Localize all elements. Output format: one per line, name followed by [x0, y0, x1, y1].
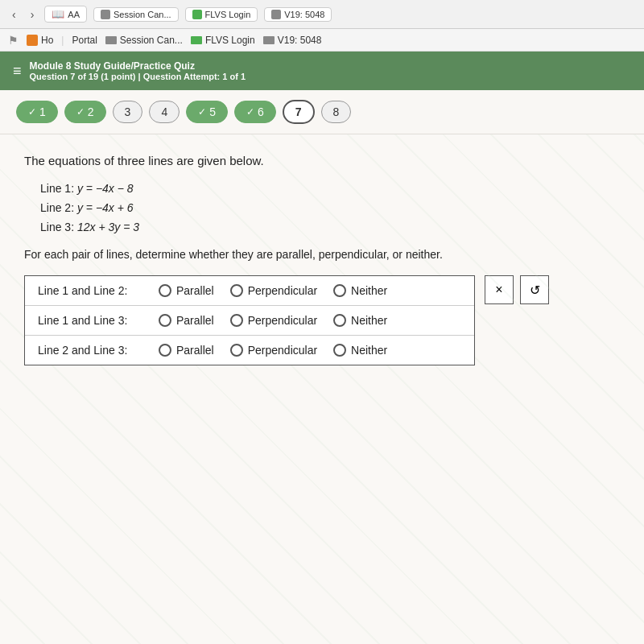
q-btn-3[interactable]: 3: [113, 101, 143, 123]
row-3-label: Line 2 and Line 3:: [38, 344, 159, 357]
radio-circle-3-neither[interactable]: [333, 344, 346, 357]
q-btn-4[interactable]: 4: [149, 101, 180, 123]
check-6: ✓: [246, 106, 254, 118]
check-2: ✓: [76, 106, 85, 118]
q-num-3: 3: [125, 105, 131, 118]
radio-circle-1-neither[interactable]: [333, 284, 346, 297]
bookmark-session[interactable]: Session Can...: [105, 35, 183, 46]
bookmark-flvs-label: FLVS Login: [205, 35, 255, 46]
q-num-4: 4: [161, 105, 167, 118]
check-5: ✓: [198, 106, 206, 118]
attempt-value-text: 1 of 1: [222, 72, 246, 81]
bookmark-flvs[interactable]: FLVS Login: [191, 35, 255, 46]
q-btn-6[interactable]: ✓ 6: [234, 101, 276, 123]
action-buttons: × ↺: [485, 275, 549, 304]
radio-group-2: Parallel Perpendicular Neither: [159, 314, 387, 327]
session-tab-label: Session Can...: [114, 10, 171, 19]
radio-circle-1-perpendicular[interactable]: [230, 284, 243, 297]
radio-2-neither-label: Neither: [351, 314, 387, 327]
q-num-7: 7: [295, 105, 302, 118]
question-intro: The equations of three lines are given b…: [24, 154, 620, 167]
q-btn-1[interactable]: ✓ 1: [16, 101, 58, 123]
session-tab[interactable]: Session Can...: [93, 7, 179, 22]
q-num-6: 6: [258, 105, 264, 118]
radio-circle-2-perpendicular[interactable]: [230, 314, 243, 327]
radio-group-3: Parallel Perpendicular Neither: [159, 344, 387, 357]
session-tab-icon: [101, 10, 110, 19]
q-btn-7[interactable]: 7: [283, 100, 315, 124]
check-1: ✓: [28, 106, 36, 118]
v19-tab-label: V19: 5048: [284, 10, 324, 19]
answer-row-2: Line 1 and Line 3: Parallel Perpendicula…: [25, 306, 474, 336]
menu-icon[interactable]: ≡: [13, 63, 22, 80]
session-bookmark-icon: [105, 36, 117, 44]
line-2-equation: y = −4x + 6: [77, 201, 134, 214]
radio-1-neither[interactable]: Neither: [333, 284, 387, 297]
line-1-eq: Line 1: y = −4x − 8: [40, 182, 620, 195]
q-num-2: 2: [88, 105, 94, 118]
row-1-label: Line 1 and Line 2:: [38, 284, 159, 297]
reset-button[interactable]: ↺: [520, 275, 549, 304]
radio-1-parallel[interactable]: Parallel: [159, 284, 214, 297]
radio-2-neither[interactable]: Neither: [333, 314, 387, 327]
table-actions-row: Line 1 and Line 2: Parallel Perpendicula…: [24, 275, 620, 365]
line-3-equation: 12x + 3y = 3: [77, 221, 139, 233]
line-2-label: Line 2:: [40, 201, 74, 214]
attempt-label: Question Attempt:: [143, 72, 221, 81]
radio-3-neither[interactable]: Neither: [333, 344, 387, 357]
line-3-eq: Line 3: 12x + 3y = 3: [40, 221, 620, 233]
radio-3-perpendicular-label: Perpendicular: [248, 344, 317, 357]
browser-chrome: ‹ › 📖 AA Session Can... FLVS Login V19: …: [0, 0, 644, 29]
flvs-bookmark-icon: [191, 36, 202, 44]
radio-1-parallel-label: Parallel: [176, 284, 214, 297]
radio-2-perpendicular-label: Perpendicular: [248, 314, 317, 327]
q-btn-5[interactable]: ✓ 5: [186, 101, 228, 123]
main-content: The equations of three lines are given b…: [0, 134, 644, 644]
bookmark-icon-star: ⚑: [8, 34, 19, 47]
radio-circle-1-parallel[interactable]: [159, 284, 171, 297]
instruction-text: For each pair of lines, determine whethe…: [24, 248, 620, 261]
radio-3-perpendicular[interactable]: Perpendicular: [230, 344, 317, 357]
question-number: Question 7 of 19 (1 point): [30, 72, 136, 81]
forward-button[interactable]: ›: [27, 6, 39, 23]
back-button[interactable]: ‹: [8, 6, 20, 23]
divider-1: |: [61, 35, 64, 46]
radio-circle-3-parallel[interactable]: [159, 344, 171, 357]
q-num-8: 8: [333, 105, 340, 118]
v19-bookmark-icon: [263, 36, 275, 44]
font-size-label: AA: [68, 10, 80, 19]
radio-group-1: Parallel Perpendicular Neither: [159, 284, 387, 297]
lines-container: Line 1: y = −4x − 8 Line 2: y = −4x + 6 …: [40, 182, 620, 233]
q-btn-2[interactable]: ✓ 2: [64, 101, 106, 123]
radio-circle-2-neither[interactable]: [333, 314, 346, 327]
question-info: Question 7 of 19 (1 point) | Question At…: [30, 72, 246, 81]
bookmark-v19[interactable]: V19: 5048: [263, 35, 322, 46]
flvs-tab[interactable]: FLVS Login: [185, 7, 258, 22]
bookmarks-bar: ⚑ Ho | Portal Session Can... FLVS Login …: [0, 29, 644, 52]
question-nav: ✓ 1 ✓ 2 3 4 ✓ 5 ✓ 6 7 8: [0, 90, 644, 134]
radio-1-perpendicular[interactable]: Perpendicular: [230, 284, 317, 297]
answer-row-1: Line 1 and Line 2: Parallel Perpendicula…: [25, 276, 474, 306]
flvs-tab-label: FLVS Login: [205, 10, 251, 19]
radio-1-neither-label: Neither: [351, 284, 387, 297]
radio-2-perpendicular[interactable]: Perpendicular: [230, 314, 317, 327]
book-icon-tab[interactable]: 📖 AA: [44, 6, 87, 23]
v19-tab[interactable]: V19: 5048: [264, 7, 332, 22]
radio-1-perpendicular-label: Perpendicular: [248, 284, 317, 297]
bookmark-portal-label: Portal: [72, 35, 97, 46]
bookmark-portal[interactable]: Portal: [72, 35, 97, 46]
radio-circle-3-perpendicular[interactable]: [230, 344, 243, 357]
radio-2-parallel[interactable]: Parallel: [159, 314, 214, 327]
clear-button[interactable]: ×: [485, 275, 514, 304]
radio-3-neither-label: Neither: [351, 344, 387, 357]
q-btn-8[interactable]: 8: [321, 101, 352, 123]
bookmark-ho[interactable]: Ho: [27, 35, 53, 46]
bookmark-ho-label: Ho: [41, 35, 53, 46]
line-2-eq: Line 2: y = −4x + 6: [40, 201, 620, 214]
answer-row-3: Line 2 and Line 3: Parallel Perpendicula…: [25, 336, 474, 365]
radio-3-parallel[interactable]: Parallel: [159, 344, 214, 357]
clear-icon: ×: [495, 283, 502, 297]
radio-circle-2-parallel[interactable]: [159, 314, 171, 327]
flvs-tab-icon: [192, 10, 202, 19]
row-2-label: Line 1 and Line 3:: [38, 314, 159, 327]
